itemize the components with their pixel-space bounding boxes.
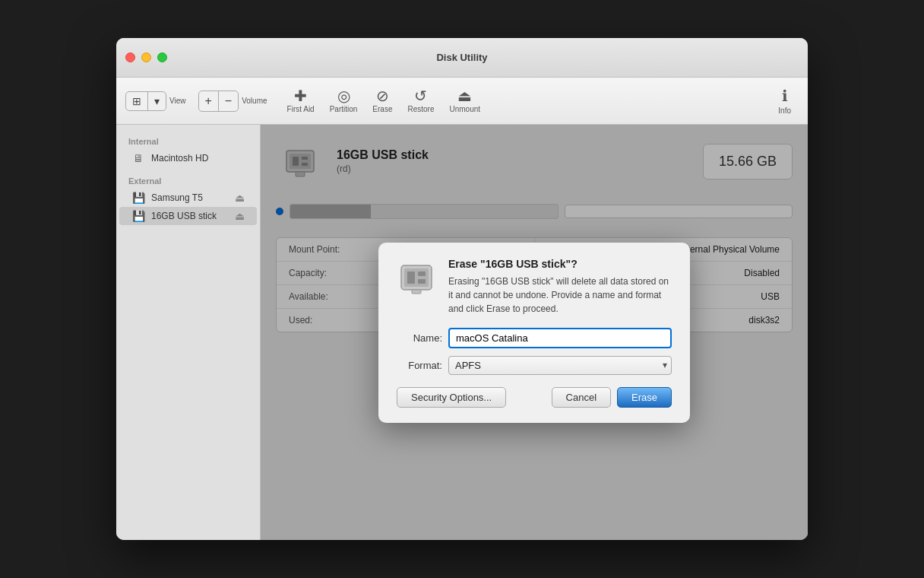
first-aid-icon: ✚	[294, 88, 307, 103]
traffic-lights	[125, 52, 167, 62]
sidebar-item-samsung-t5-label: Samsung T5	[151, 192, 203, 203]
modal-buttons: Security Options... Cancel Erase	[397, 387, 672, 408]
title-bar: Disk Utility	[116, 38, 808, 78]
svg-rect-10	[418, 279, 426, 284]
sidebar-item-16gb-usb[interactable]: 💾 16GB USB stick ⏏	[119, 207, 257, 225]
unmount-button[interactable]: ⏏ Unmount	[442, 85, 489, 116]
sidebar-item-16gb-usb-label: 16GB USB stick	[151, 211, 217, 221]
first-aid-label: First Aid	[287, 105, 315, 113]
info-label: Info	[778, 106, 791, 115]
window-title: Disk Utility	[436, 52, 487, 63]
format-form-row: Format: APFS Mac OS Extended (Journaled)…	[397, 356, 672, 375]
unmount-icon: ⏏	[457, 88, 472, 103]
view-control[interactable]: ⊞ ▾	[125, 91, 166, 111]
restore-button[interactable]: ↺ Restore	[400, 85, 441, 116]
remove-volume-button[interactable]: −	[219, 91, 238, 111]
name-input[interactable]	[448, 328, 672, 348]
modal-title: Erase "16GB USB stick"?	[448, 258, 672, 270]
sidebar: Internal 🖥 Macintosh HD External 💾 Samsu…	[116, 125, 261, 540]
modal-drive-svg	[397, 258, 436, 297]
security-options-button[interactable]: Security Options...	[397, 387, 506, 408]
toolbar: ⊞ ▾ View + − Volume ✚ First Aid ◎ Partit…	[116, 78, 808, 125]
partition-label: Partition	[330, 105, 358, 113]
svg-rect-11	[412, 290, 421, 294]
erase-modal: Erase "16GB USB stick"? Erasing "16GB US…	[378, 243, 690, 423]
eject-samsung-icon[interactable]: ⏏	[235, 192, 245, 204]
format-select[interactable]: APFS Mac OS Extended (Journaled) Mac OS …	[448, 356, 672, 375]
view-label: View	[169, 97, 186, 105]
info-button[interactable]: ℹ Info	[771, 84, 799, 118]
view-dropdown-button[interactable]: ▾	[148, 92, 166, 110]
usb-drive-icon: 💾	[131, 210, 145, 222]
add-volume-button[interactable]: +	[199, 91, 219, 111]
first-aid-button[interactable]: ✚ First Aid	[280, 85, 322, 116]
erase-button[interactable]: ⊘ Erase	[365, 85, 400, 116]
restore-icon: ↺	[414, 88, 427, 103]
volume-label: Volume	[242, 97, 267, 105]
view-button[interactable]: ⊞	[126, 92, 148, 110]
modal-buttons-right: Cancel Erase	[552, 387, 672, 408]
erase-icon: ⊘	[376, 88, 389, 103]
format-label: Format:	[397, 360, 442, 371]
erase-confirm-button[interactable]: Erase	[617, 387, 672, 408]
sidebar-item-macintosh-hd-label: Macintosh HD	[151, 153, 208, 164]
main-area: Internal 🖥 Macintosh HD External 💾 Samsu…	[116, 125, 808, 540]
volume-group: + − Volume	[198, 91, 267, 112]
eject-usb-icon[interactable]: ⏏	[235, 210, 245, 222]
info-icon: ℹ	[782, 87, 788, 105]
modal-form: Name: Format: APFS Mac OS Extended (Jour…	[397, 328, 672, 375]
disk-utility-window: Disk Utility ⊞ ▾ View + − Volume ✚ Firs	[116, 38, 808, 540]
modal-disk-icon	[397, 258, 436, 297]
sidebar-item-macintosh-hd[interactable]: 🖥 Macintosh HD	[119, 149, 257, 167]
unmount-label: Unmount	[450, 105, 481, 113]
internal-section-label: Internal	[116, 134, 260, 149]
chevron-down-icon: ▾	[154, 95, 160, 107]
partition-icon: ◎	[337, 88, 350, 103]
partition-button[interactable]: ◎ Partition	[322, 85, 365, 116]
external-section-label: External	[116, 173, 260, 189]
sidebar-item-samsung-t5[interactable]: 💾 Samsung T5 ⏏	[119, 189, 257, 207]
close-button[interactable]	[125, 52, 135, 62]
modal-overlay: Erase "16GB USB stick"? Erasing "16GB US…	[261, 125, 808, 540]
modal-text-area: Erase "16GB USB stick"? Erasing "16GB US…	[448, 258, 672, 316]
erase-label: Erase	[372, 105, 392, 113]
view-volume-group: ⊞ ▾ View	[125, 91, 186, 111]
format-select-wrapper: APFS Mac OS Extended (Journaled) Mac OS …	[448, 356, 672, 375]
minimize-button[interactable]	[141, 52, 151, 62]
restore-label: Restore	[407, 105, 434, 113]
svg-rect-8	[407, 272, 415, 284]
maximize-button[interactable]	[157, 52, 167, 62]
cancel-button[interactable]: Cancel	[552, 387, 611, 408]
name-form-row: Name:	[397, 328, 672, 348]
name-label: Name:	[397, 332, 442, 344]
modal-header: Erase "16GB USB stick"? Erasing "16GB US…	[397, 258, 672, 316]
svg-rect-9	[418, 272, 426, 276]
external-drive-icon: 💾	[131, 192, 145, 204]
modal-body: Erasing "16GB USB stick" will delete all…	[448, 275, 672, 316]
volume-control[interactable]: + −	[198, 91, 239, 112]
content-area: 16GB USB stick (rd) 15.66 GB Mount	[261, 125, 808, 540]
view-icon: ⊞	[132, 95, 141, 107]
internal-drive-icon: 🖥	[131, 152, 145, 164]
